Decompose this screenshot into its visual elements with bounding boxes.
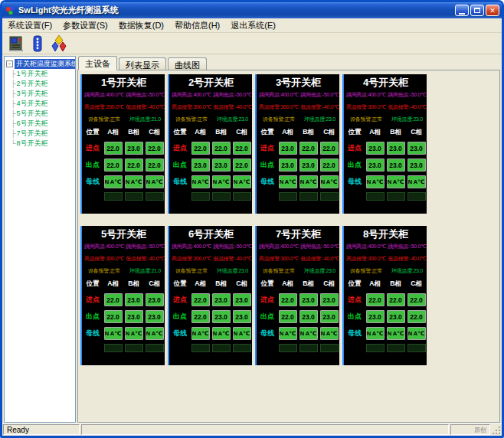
outlet-row-label: 出点 [83, 160, 103, 170]
outlet-phase-c-value: 22.0 [407, 310, 426, 323]
status-spacer [81, 424, 449, 435]
phase-header-row: 位置 A相 B相 C相 [257, 126, 339, 138]
outlet-phase-c-value: 23.0 [233, 310, 251, 323]
busbar-phase-c-value: N A℃ [320, 327, 339, 340]
trip-low-value: 跳闸低温:-50.0℃ [300, 89, 339, 101]
tree-root-label[interactable]: 开关柜温度监测系统 [15, 59, 76, 69]
busbar-row-label: 母线 [170, 328, 190, 338]
cabinet-panel: 7号开关柜 跳闸高温:400.0℃ 跳闸低温:-50.0℃ 高温报警:300.0… [255, 226, 339, 365]
position-header: 位置 [83, 278, 103, 289]
phase-c-header: C相 [144, 126, 165, 138]
trip-low-value: 跳闸低温:-50.0℃ [126, 240, 165, 253]
phase-header-row: 位置 A相 B相 C相 [170, 278, 252, 289]
busbar-phase-c-value: N A℃ [233, 327, 251, 340]
status-right-text: 原创 [450, 424, 490, 435]
outlet-phase-b-value: 23.0 [299, 310, 318, 323]
empty-sensor-row [170, 192, 252, 201]
busbar-temperature-row: 母线 N A℃ N A℃ N A℃ [170, 175, 252, 188]
cabinet-panel: 8号开关柜 跳闸高温:400.0℃ 跳闸低温:-50.0℃ 高温报警:300.0… [342, 226, 427, 365]
position-header: 位置 [345, 126, 365, 138]
menu-system-settings[interactable]: 系统设置(F) [2, 18, 57, 33]
inlet-phase-a-value: 22.0 [366, 293, 385, 306]
device-cabinet-toolbar-button[interactable] [5, 34, 27, 54]
tree-item-cabinet[interactable]: 3号开关柜 [5, 89, 74, 99]
busbar-row-label: 母线 [83, 177, 103, 187]
phase-c-header: C相 [406, 126, 427, 138]
tree-item-cabinet[interactable]: 7号开关柜 [5, 129, 74, 139]
menu-parameter-settings[interactable]: 参数设置(S) [57, 18, 113, 33]
alarm-high-value: 高温报警:300.0℃ [345, 253, 388, 265]
outlet-phase-b-value: 23.0 [299, 159, 318, 172]
alarm-high-value: 高温报警:300.0℃ [170, 101, 213, 113]
trip-high-value: 跳闸高温:400.0℃ [257, 240, 300, 253]
blue-panel-toolbar-button[interactable] [27, 34, 48, 54]
outlet-phase-b-value: 22.0 [125, 159, 143, 172]
phase-c-header: C相 [144, 278, 165, 289]
resize-grip[interactable] [490, 424, 501, 435]
device-warning-status: 设备预警:正常 [345, 113, 388, 126]
phase-b-header: B相 [123, 278, 144, 289]
app-window: SwLight荧光光纤测温系统 ✕ 系统设置(F) 参数设置(S) 数据恢复(D… [0, 0, 504, 438]
menu-help-info[interactable]: 帮助信息(H) [169, 18, 225, 33]
inlet-row-label: 进点 [257, 295, 277, 305]
outlet-phase-a-value: 22.0 [104, 159, 123, 172]
trip-low-value: 跳闸低温:-50.0℃ [388, 240, 427, 253]
title-bar: SwLight荧光光纤测温系统 ✕ [2, 2, 502, 18]
gems-toolbar-button[interactable] [48, 34, 70, 54]
cabinet-title: 8号开关柜 [345, 226, 427, 240]
busbar-phase-a-value: N A℃ [279, 175, 297, 188]
device-cabinet-icon [7, 34, 25, 53]
tree-item-cabinet[interactable]: 2号开关柜 [5, 79, 74, 89]
inlet-phase-b-value: 22.0 [212, 142, 231, 155]
tree-item-cabinet[interactable]: 8号开关柜 [5, 139, 74, 149]
outlet-phase-b-value: 23.0 [212, 310, 231, 323]
inlet-phase-b-value: 22.0 [387, 293, 405, 306]
tree-root-row[interactable]: - 开关柜温度监测系统 [5, 58, 74, 69]
outlet-row-label: 出点 [345, 160, 365, 170]
trip-high-value: 跳闸高温:400.0℃ [345, 240, 388, 253]
maximize-button[interactable] [470, 5, 484, 16]
cabinet-panel: 5号开关柜 跳闸高温:400.0℃ 跳闸低温:-50.0℃ 高温报警:300.0… [80, 226, 165, 365]
inlet-row-label: 进点 [170, 295, 190, 305]
tab-curve-chart[interactable]: 曲线图 [168, 57, 207, 70]
tab-main-device[interactable]: 主设备 [78, 56, 117, 70]
cabinet-thresholds: 跳闸高温:400.0℃ 跳闸低温:-50.0℃ 高温报警:300.0℃ 低温报警… [257, 89, 339, 126]
ambient-temperature: 环境温度:21.0 [126, 113, 165, 126]
tree-item-cabinet[interactable]: 4号开关柜 [5, 99, 74, 109]
maximize-icon [474, 8, 480, 13]
trip-low-value: 跳闸低温:-50.0℃ [213, 89, 252, 101]
alarm-low-value: 低温报警:-40.0℃ [126, 253, 165, 265]
outlet-phase-b-value: 23.0 [387, 310, 405, 323]
menu-exit-system[interactable]: 退出系统(E) [225, 18, 281, 33]
close-button[interactable]: ✕ [486, 5, 499, 16]
outlet-phase-a-value: 23.0 [279, 159, 297, 172]
trip-high-value: 跳闸高温:400.0℃ [83, 89, 126, 101]
phase-header-row: 位置 A相 B相 C相 [170, 126, 252, 138]
main-device-page: 1号开关柜 跳闸高温:400.0℃ 跳闸低温:-50.0℃ 高温报警:200.0… [77, 70, 500, 423]
busbar-phase-a-value: N A℃ [366, 327, 385, 340]
busbar-phase-a-value: N A℃ [104, 175, 123, 188]
outlet-phase-b-value: 23.0 [212, 159, 231, 172]
tree-item-cabinet[interactable]: 5号开关柜 [5, 109, 74, 119]
empty-sensor-row [83, 192, 165, 201]
position-header: 位置 [257, 278, 277, 289]
phase-header-row: 位置 A相 B相 C相 [257, 278, 339, 289]
ambient-temperature: 环境温度:23.0 [388, 113, 427, 126]
trip-low-value: 跳闸低温:-50.0℃ [213, 240, 252, 253]
tab-list-display[interactable]: 列表显示 [119, 57, 166, 70]
phase-a-header: A相 [365, 278, 385, 289]
phase-a-header: A相 [190, 278, 211, 289]
tree-item-cabinet[interactable]: 6号开关柜 [5, 119, 74, 129]
busbar-phase-c-value: N A℃ [233, 175, 251, 188]
menu-data-recovery[interactable]: 数据恢复(D) [113, 18, 169, 33]
cabinet-panel: 2号开关柜 跳闸高温:400.0℃ 跳闸低温:-50.0℃ 高温报警:300.0… [168, 74, 252, 214]
minimize-button[interactable] [455, 5, 469, 16]
inlet-row-label: 进点 [345, 143, 365, 153]
tree-collapse-icon[interactable]: - [6, 60, 13, 67]
tree-children: 1号开关柜 2号开关柜 3号开关柜 4号开关柜 5号开关柜 6号开关柜 7号开关… [5, 69, 74, 149]
phase-b-header: B相 [211, 126, 231, 138]
inlet-phase-c-value: 23.0 [233, 293, 251, 306]
tab-area: 主设备 列表显示 曲线图 1号开关柜 跳闸高温:400.0℃ 跳闸低温:-50.… [77, 56, 500, 423]
busbar-phase-a-value: N A℃ [191, 327, 210, 340]
tree-item-cabinet[interactable]: 1号开关柜 [5, 69, 74, 79]
